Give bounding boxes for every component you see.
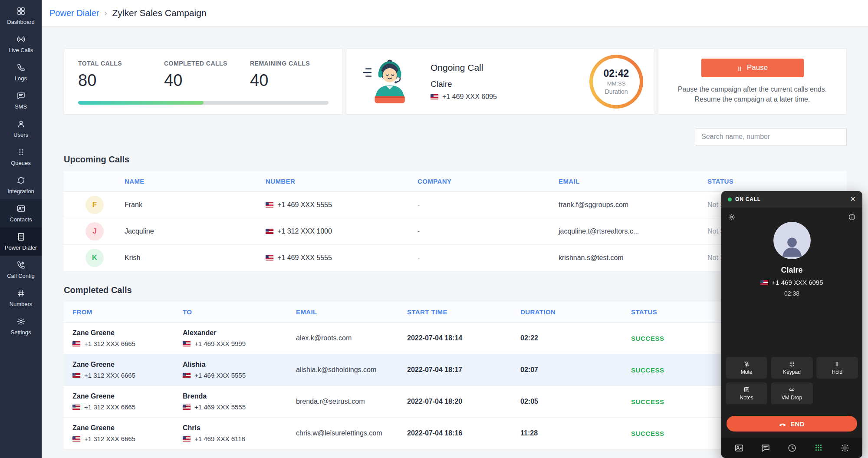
us-flag-icon <box>72 373 80 378</box>
sidebar-item-contacts[interactable]: Contacts <box>0 199 42 227</box>
sidebar-item-settings[interactable]: Settings <box>0 312 42 340</box>
sidebar-item-power-dialer[interactable]: Power Dialer <box>0 227 42 256</box>
pause-button[interactable]: Pause <box>701 59 804 77</box>
page-title: Zylker Sales Campaign <box>112 8 206 18</box>
sidebar-item-sms[interactable]: SMS <box>0 86 42 115</box>
contact-company: - <box>418 192 559 218</box>
call-widget-icon-row <box>721 208 862 221</box>
col-header-status: STATUS <box>707 171 847 192</box>
contact-name: Jacquline <box>116 218 266 245</box>
contact-number: +1 312 XXX 1000 <box>277 227 332 235</box>
sidebar-label: SMS <box>15 103 27 110</box>
notes-button[interactable]: Notes <box>726 382 767 404</box>
col-header-start-time: START TIME <box>407 302 520 323</box>
from-number: +1 312 XXX 6665 <box>84 372 135 379</box>
contact-number: +1 469 XXX 5555 <box>277 254 332 262</box>
numbers-icon <box>16 289 26 298</box>
contact-email: frank.f@sggroups.com <box>559 192 707 218</box>
close-icon[interactable]: ✕ <box>850 196 856 203</box>
sidebar-item-live-calls[interactable]: Live Calls <box>0 30 42 58</box>
remaining-calls-stat: REMAINING CALLS 40 <box>250 60 310 90</box>
history-icon[interactable] <box>787 443 797 453</box>
us-flag-icon <box>72 405 80 410</box>
from-name: Zane Greene <box>72 329 183 337</box>
settings-gear-icon <box>16 317 26 326</box>
hold-button[interactable]: Hold <box>816 357 858 379</box>
to-number: +1 469 XXX 9999 <box>194 340 246 347</box>
sidebar-item-call-config[interactable]: Call Config <box>0 256 42 284</box>
sidebar-label: Integration <box>7 188 34 194</box>
calls-progress-bar <box>78 101 329 105</box>
sidebar-label: Users <box>13 132 28 138</box>
voicemail-icon <box>789 386 795 393</box>
chat-icon[interactable] <box>761 443 770 453</box>
sidebar-item-logs[interactable]: Logs <box>0 58 42 86</box>
sidebar-item-integration[interactable]: Integration <box>0 171 42 199</box>
mute-icon <box>743 361 750 367</box>
dashboard-icon <box>16 7 26 16</box>
us-flag-icon <box>183 341 191 346</box>
sidebar-label: Power Dialer <box>5 244 37 251</box>
sidebar-label: Live Calls <box>9 47 33 53</box>
info-icon[interactable] <box>848 213 856 221</box>
call-duration-ring: 02:42 MM:SS Duration <box>589 55 643 109</box>
caller-avatar <box>773 222 811 259</box>
topbar: Power Dialer › Zylker Sales Campaign <box>42 0 868 26</box>
sidebar-item-queues[interactable]: Queues <box>0 143 42 171</box>
from-number: +1 312 XXX 6665 <box>84 340 135 347</box>
to-number: +1 469 XXX 5555 <box>194 403 246 411</box>
call-start-time: 2022-07-04 18:16 <box>407 418 520 449</box>
call-email: alex.k@roots.com <box>296 323 407 354</box>
end-call-icon <box>779 420 786 428</box>
contact-email: krishnan.s@test.com <box>559 245 707 271</box>
summary-cards-row: TOTAL CALLS 80 COMPLETED CALLS 40 REMAIN… <box>64 48 847 115</box>
upcoming-calls-title: Upcoming Calls <box>64 155 847 165</box>
from-number: +1 312 XXX 6665 <box>84 403 135 411</box>
search-input[interactable] <box>695 128 847 145</box>
ongoing-call-title: Ongoing Call <box>431 63 578 73</box>
sidebar: Dashboard Live Calls Logs SMS Users Queu… <box>0 0 42 458</box>
phone-logs-icon <box>16 63 26 72</box>
call-timer: 02:38 <box>721 290 862 297</box>
call-duration: 02:22 <box>520 323 631 354</box>
call-duration-caption: Duration <box>605 88 628 95</box>
pause-icon <box>737 65 743 71</box>
vm-drop-button[interactable]: VM Drop <box>771 382 812 404</box>
us-flag-icon <box>760 280 768 285</box>
call-email: alishia.k@sdholdings.com <box>296 354 407 386</box>
sidebar-item-dashboard[interactable]: Dashboard <box>0 2 42 30</box>
from-number: +1 312 XXX 6665 <box>84 435 135 442</box>
from-name: Zane Greene <box>72 361 183 369</box>
mute-button[interactable]: Mute <box>726 357 767 379</box>
to-name: Alishia <box>183 361 296 369</box>
ongoing-call-number: +1 469 XXX 6095 <box>442 93 497 101</box>
gear-icon[interactable] <box>728 213 736 221</box>
ongoing-call-card: Ongoing Call Claire +1 469 XXX 6095 02:4… <box>346 48 655 115</box>
us-flag-icon <box>183 436 191 442</box>
sidebar-item-numbers[interactable]: Numbers <box>0 284 42 312</box>
breadcrumb-separator: › <box>104 9 107 18</box>
call-start-time: 2022-07-04 18:20 <box>407 386 520 418</box>
power-dialer-icon <box>16 232 26 241</box>
contact-name: Frank <box>116 192 266 218</box>
contacts-icon[interactable] <box>734 443 744 453</box>
col-header-to: TO <box>183 302 296 323</box>
sidebar-label: Contacts <box>10 216 32 223</box>
end-call-button[interactable]: END <box>727 416 857 432</box>
calls-progress-fill <box>78 101 204 105</box>
settings-gear-icon[interactable] <box>840 443 850 453</box>
to-number: +1 469 XXX 6118 <box>194 435 245 442</box>
sidebar-item-users[interactable]: Users <box>0 115 42 143</box>
contact-company: - <box>418 245 559 271</box>
col-header-from: FROM <box>64 302 183 323</box>
call-duration: 11:28 <box>520 418 631 449</box>
sidebar-label: Logs <box>15 75 27 82</box>
keypad-button[interactable]: Keypad <box>771 357 812 379</box>
call-widget: ON CALL ✕ Claire +1 469 XXX 6095 02:38 M… <box>721 191 862 458</box>
avatar: J <box>85 222 104 241</box>
to-number: +1 469 XXX 5555 <box>194 372 246 379</box>
pause-description: Pause the campaign after the current cal… <box>678 84 827 104</box>
pause-campaign-card: Pause Pause the campaign after the curre… <box>658 48 847 115</box>
dialpad-icon[interactable] <box>814 443 823 453</box>
breadcrumb-power-dialer-link[interactable]: Power Dialer <box>49 8 99 18</box>
